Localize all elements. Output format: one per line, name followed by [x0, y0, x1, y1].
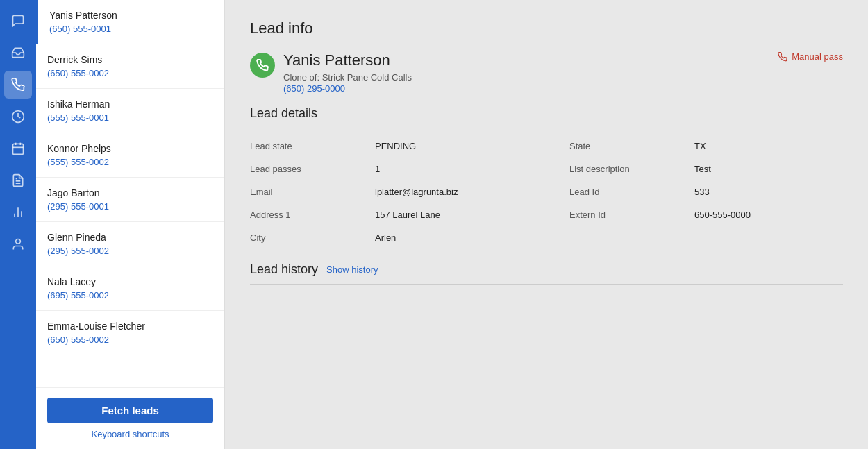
- lead-details-grid: Lead state PENDING State TX Lead passes …: [250, 141, 843, 243]
- lead-item-name: Konnor Phelps: [47, 143, 213, 154]
- lead-item-phone: (650) 555-0002: [47, 68, 213, 78]
- lead-item-phone: (650) 555-0001: [49, 24, 213, 34]
- lead-item-name: Yanis Patterson: [49, 10, 213, 21]
- address1-label: Address 1: [250, 210, 375, 220]
- svg-rect-1: [13, 144, 24, 154]
- lead-list-footer: Fetch leads Keyboard shortcuts: [36, 387, 224, 449]
- extern-id-label: Extern Id: [569, 210, 694, 220]
- city-label: City: [250, 232, 375, 243]
- lead-passes-label: Lead passes: [250, 164, 375, 174]
- nav-item-chart[interactable]: [4, 198, 32, 226]
- list-description-label: List description: [569, 164, 694, 174]
- lead-item-phone: (695) 555-0002: [47, 290, 213, 300]
- nav-item-calendar[interactable]: [4, 135, 32, 162]
- lead-clone-label: Clone of: Strick Pane Cold Calls: [283, 72, 412, 83]
- address1-value: 157 Laurel Lane: [375, 210, 569, 220]
- fetch-leads-button[interactable]: Fetch leads: [47, 398, 213, 423]
- lead-item-phone: (555) 555-0002: [47, 157, 213, 167]
- lead-id-value: 533: [694, 187, 843, 197]
- lead-header-info: Yanis Patterson Clone of: Strick Pane Co…: [283, 51, 412, 94]
- lead-item-name: Derrick Sims: [47, 54, 213, 65]
- nav-item-notes[interactable]: [4, 167, 32, 194]
- lead-list-item[interactable]: Konnor Phelps (555) 555-0002: [36, 133, 224, 178]
- keyboard-shortcuts-link[interactable]: Keyboard shortcuts: [91, 429, 169, 439]
- nav-item-inbox[interactable]: [4, 39, 32, 67]
- lead-item-phone: (295) 555-0002: [47, 246, 213, 256]
- manual-pass-label: Manual pass: [792, 51, 843, 62]
- svg-point-10: [16, 239, 21, 244]
- nav-item-chat[interactable]: [4, 7, 32, 35]
- extern-id-value: 650-555-0000: [694, 210, 843, 220]
- manual-pass-button[interactable]: Manual pass: [778, 51, 843, 62]
- lead-name-heading: Yanis Patterson: [283, 51, 412, 69]
- lead-header-left: Yanis Patterson Clone of: Strick Pane Co…: [250, 51, 412, 94]
- lead-list-item[interactable]: Emma-Louise Fletcher (650) 555-0002: [36, 311, 224, 355]
- history-divider: [250, 284, 843, 285]
- lead-list-item[interactable]: Jago Barton (295) 555-0001: [36, 178, 224, 222]
- list-description-value: Test: [694, 164, 843, 174]
- email-value: lplatter@lagrunta.biz: [375, 187, 569, 197]
- state-label: State: [569, 141, 694, 151]
- lead-state-value: PENDING: [375, 141, 569, 151]
- lead-item-name: Jago Barton: [47, 187, 213, 198]
- nav-item-team[interactable]: [4, 230, 32, 258]
- email-label: Email: [250, 187, 375, 197]
- lead-passes-value: 1: [375, 164, 569, 174]
- state-value: TX: [694, 141, 843, 151]
- page-title: Lead info: [250, 19, 843, 37]
- lead-list-item[interactable]: Glenn Pineda (295) 555-0002: [36, 222, 224, 266]
- phone-icon: [250, 53, 275, 78]
- lead-list-panel: Yanis Patterson (650) 555-0001 Derrick S…: [36, 0, 225, 449]
- nav-item-phone[interactable]: [4, 71, 32, 99]
- lead-item-name: Ishika Herman: [47, 99, 213, 110]
- lead-list-item[interactable]: Nala Lacey (695) 555-0002: [36, 266, 224, 311]
- lead-item-phone: (650) 555-0002: [47, 334, 213, 345]
- lead-details-title: Lead details: [250, 106, 843, 121]
- lead-id-label: Lead Id: [569, 187, 694, 197]
- lead-history-header: Lead history Show history: [250, 262, 843, 277]
- lead-state-label: Lead state: [250, 141, 375, 151]
- lead-item-name: Emma-Louise Fletcher: [47, 321, 213, 332]
- lead-item-name: Nala Lacey: [47, 276, 213, 287]
- lead-item-name: Glenn Pineda: [47, 232, 213, 243]
- lead-list-item[interactable]: Derrick Sims (650) 555-0002: [36, 44, 224, 89]
- details-divider: [250, 128, 843, 128]
- lead-list-item[interactable]: Ishika Herman (555) 555-0001: [36, 89, 224, 133]
- show-history-link[interactable]: Show history: [326, 264, 378, 275]
- lead-list-item[interactable]: Yanis Patterson (650) 555-0001: [36, 0, 224, 44]
- lead-clone-phone[interactable]: (650) 295-0000: [283, 83, 345, 94]
- icon-nav: [0, 0, 36, 449]
- city-value: Arlen: [375, 232, 569, 243]
- nav-item-history[interactable]: [4, 103, 32, 130]
- lead-history-title: Lead history: [250, 262, 318, 277]
- main-content: Lead info Yanis Patterson Clone of: Stri…: [225, 0, 868, 449]
- lead-list-scroll: Yanis Patterson (650) 555-0001 Derrick S…: [36, 0, 224, 387]
- lead-item-phone: (555) 555-0001: [47, 112, 213, 123]
- lead-item-phone: (295) 555-0001: [47, 201, 213, 212]
- lead-header-card: Yanis Patterson Clone of: Strick Pane Co…: [250, 51, 843, 94]
